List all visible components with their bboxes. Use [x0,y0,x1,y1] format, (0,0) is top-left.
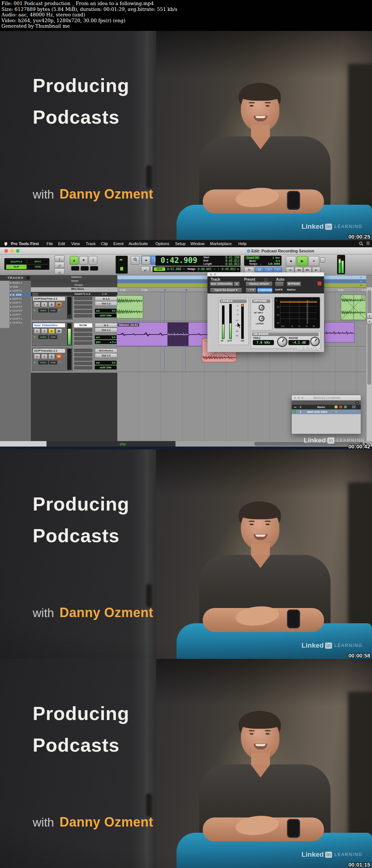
solo-button-active[interactable]: S [48,328,55,334]
zoom-preset-1[interactable] [71,266,79,271]
grid-filter-icon[interactable] [352,405,356,408]
input-path[interactable]: Mc/Ln/Inst/Ln [95,348,117,353]
track-list-item[interactable]: ▸ DOPST [10,305,23,308]
search-icon[interactable] [359,241,363,246]
memory-min-dot[interactable] [298,397,300,399]
audio-clip-silence[interactable]: Silence_02-01 [116,322,208,346]
solo-button[interactable]: S [48,354,55,359]
zoom-in-vertical-button[interactable]: ▲ [70,256,78,265]
count-off-value[interactable]: 1 bar [272,256,280,259]
plugin-window[interactable]: Track Preset Auto Solo_01NoiseSInc a <fa… [207,272,324,352]
main-counter[interactable]: 0:42.909 [161,256,197,265]
mic-input-button[interactable]: ♆ [273,267,282,273]
rewind-button[interactable]: ◀◀ [295,267,303,273]
automation-mode[interactable]: wave [38,360,48,365]
mute-button-active[interactable]: M [56,354,62,359]
track-name[interactable]: DOPTransitin.2.1 [33,349,65,353]
pan-display[interactable]: ◂100 100▸ [95,365,117,369]
record-button[interactable]: ● [308,256,319,266]
trim-tool[interactable]: ◂▸ [142,256,150,265]
volume-display[interactable]: vol0.0 [95,309,117,313]
selection-start-marker[interactable]: ▼ [163,288,166,292]
shuffle-mode-button[interactable]: SHUFFLE [6,259,27,264]
cloud-fader[interactable] [120,267,123,271]
return-to-zero-button[interactable]: |◀ [286,267,294,273]
audio-zoom-button[interactable]: ▯ [89,256,97,265]
voice-icon[interactable]: ▴ [34,308,35,312]
track-list-item[interactable]: ▸ DOP21 [10,297,22,300]
stop-button[interactable]: ■ [286,256,296,266]
menu-clip[interactable]: Clip [101,241,108,246]
track-list-item[interactable]: ▸ DOPTr [10,301,21,304]
solo-button[interactable]: S [48,302,55,307]
zoomer-tool[interactable] [131,256,140,265]
menu-event[interactable]: Event [113,241,124,246]
mute-button[interactable]: M [56,328,62,334]
edit-window-titlebar[interactable]: Edit: Podcast Recording Session [0,247,372,255]
menu-file[interactable]: File [46,241,53,246]
volume-display[interactable]: vol0.0 [95,335,117,339]
memory-titlebar[interactable]: Memory Locations [292,395,361,400]
fast-forward-button[interactable]: ▶▶ [303,267,312,273]
spot-mode-button[interactable]: SPOT [27,259,48,264]
zoom-out-vertical-button[interactable]: ▼ [79,256,88,265]
track-name[interactable]: DOPShwThm.2.1 [33,297,65,301]
pan-display[interactable]: ◂100 100▸ [95,313,117,317]
insert-position[interactable]: a [234,281,240,287]
track-list-item[interactable]: ▸ DOPST [10,309,23,312]
preset-selector[interactable]: <factory default> [246,281,272,287]
menu-window[interactable]: Window [190,241,205,246]
read-mode[interactable]: read [49,360,57,365]
insertion-follows-button[interactable]: ↧ [54,255,65,261]
record-enable-button[interactable]: ● [34,354,40,359]
read-mode[interactable]: read [49,308,57,313]
preset-save-buttons[interactable]: - + ▾ [246,288,256,293]
link-selection-button[interactable]: ☍ [54,262,65,268]
track-list-item[interactable]: ▸ DOPTr [10,313,21,316]
freq-display[interactable]: 7.0 kHz [253,340,274,345]
insert-d3-deesser[interactable]: D3 DE [74,323,92,327]
apple-icon[interactable] [4,241,8,246]
menu-audiosuite[interactable]: AudioSuite [129,241,148,246]
record-enable-button[interactable]: ● [34,302,40,307]
selection-start[interactable]: 0:41.190 [225,256,239,259]
play-button[interactable]: ▶ [297,256,308,266]
compare-button[interactable]: COMPARE [257,288,272,293]
track-list-item-selected[interactable]: ▸ S_01N [10,293,21,296]
markers-lane-label[interactable]: Markers [31,275,117,279]
plugin-titlebar[interactable] [207,272,324,276]
input-monitor-button[interactable]: I [41,354,48,359]
auto-enable-button[interactable] [275,281,284,287]
go-to-end-button[interactable]: ▶| [312,267,320,273]
menu-view[interactable]: View [71,241,80,246]
plugin-minimize-dot[interactable] [214,273,216,276]
selection-end-marker[interactable]: ▼ [185,288,188,292]
plugin-close-button[interactable] [318,281,322,285]
plugin-name-selector[interactable]: Dyn3 De-Esser ▾ [210,288,242,293]
selection-filter-icon[interactable] [339,405,342,408]
tracks-panel-header[interactable]: TRACKS [0,275,31,281]
preset-menu-icon[interactable] [264,278,267,281]
voice-icon[interactable]: ▴ [34,335,35,338]
selection-end[interactable]: 0:46.053 [225,259,239,263]
link-timeline-button[interactable]: ➘ [264,267,273,273]
grid-value-toggle[interactable]: Grid [154,267,165,271]
tracks-menu-icon[interactable] [26,276,30,280]
tab-transient-button[interactable]: ◄+ [141,266,150,272]
nudge-value[interactable]: 0:00.001 [198,268,212,271]
selection-length[interactable]: 0:04.863 [225,263,239,266]
menu-options[interactable]: Options [155,241,169,246]
audio-clip-silence-right[interactable] [324,322,355,343]
tempo-value[interactable]: 120.0000 [268,263,280,265]
output-path[interactable]: Out 1-2 [95,353,117,358]
audio-clip-outro[interactable]: DI [341,295,366,320]
audio-clip-theme[interactable] [116,295,143,319]
zoom-button[interactable] [16,249,20,253]
output-path[interactable]: Out 1-2 [95,328,117,332]
transport-options-button[interactable] [320,257,325,263]
pan-display[interactable]: pan▸ 0 ◂ [95,340,117,344]
safe-button[interactable]: SAFE [275,288,283,291]
track-scroll-down[interactable]: ▼ [367,319,372,324]
memory-close-dot[interactable] [294,397,296,399]
hf-only-button[interactable] [259,305,264,311]
